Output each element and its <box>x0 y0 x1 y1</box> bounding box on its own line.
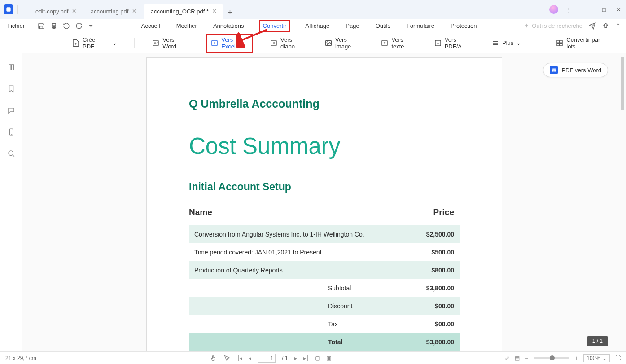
separator <box>17 5 18 14</box>
user-avatar[interactable] <box>549 5 558 14</box>
to-image-button[interactable]: Vers image <box>324 36 363 50</box>
close-icon[interactable]: × <box>212 8 216 15</box>
cell-price: $2,500.00 <box>412 225 460 243</box>
minimize-icon[interactable]: — <box>586 5 594 13</box>
search-label: Outils de recherche <box>532 22 582 29</box>
collapse-icon[interactable]: ⌃ <box>616 22 621 29</box>
send-icon[interactable] <box>589 22 596 30</box>
print-icon[interactable] <box>50 22 57 30</box>
table-header: Name Price <box>189 203 460 225</box>
menu-modifier[interactable]: Modifier <box>175 20 198 32</box>
col-name: Name <box>189 203 412 225</box>
view-mode-icon[interactable]: ▤ <box>515 355 520 361</box>
fullscreen-icon[interactable]: ⛶ <box>615 355 621 361</box>
zoom-out-icon[interactable]: − <box>525 355 528 361</box>
search-icon[interactable] <box>7 149 16 158</box>
batch-convert-button[interactable]: Convertir par lots <box>556 36 610 50</box>
undo-icon[interactable] <box>63 22 70 30</box>
cell-name: Production of Quarterly Reports <box>189 261 412 279</box>
maximize-icon[interactable]: □ <box>600 5 608 13</box>
close-icon[interactable]: × <box>132 8 136 15</box>
save-icon[interactable] <box>38 22 45 30</box>
comments-icon[interactable] <box>7 106 16 115</box>
page-total: / 1 <box>282 355 288 361</box>
svg-rect-25 <box>9 65 11 70</box>
menu-formulaire[interactable]: Formulaire <box>406 20 435 32</box>
separator <box>32 22 32 30</box>
close-icon[interactable]: × <box>72 8 76 15</box>
first-page-icon[interactable]: ⎮◂ <box>237 355 242 361</box>
to-text-button[interactable]: T Vers texte <box>381 36 416 50</box>
to-word-button[interactable]: W Vers Word <box>152 36 189 50</box>
pdf-to-word-button[interactable]: W PDF vers Word <box>543 63 608 77</box>
select-tool-icon[interactable] <box>223 355 231 362</box>
document-canvas[interactable]: Q Umbrella Acccounting Cost Summary Init… <box>22 53 626 351</box>
zoom-slider[interactable] <box>534 357 569 359</box>
summary-row: Discount $00.00 <box>189 297 460 315</box>
svg-point-12 <box>327 42 328 43</box>
pdfa-icon: A <box>434 39 442 47</box>
to-excel-button[interactable]: E Vers Excel <box>206 34 253 53</box>
more-button[interactable]: Plus ⌄ <box>491 39 521 47</box>
to-slides-button[interactable]: P Vers diapo <box>270 36 307 50</box>
svg-rect-23 <box>560 43 562 45</box>
create-pdf-button[interactable]: Créer PDF ⌄ <box>72 36 117 50</box>
attachments-icon[interactable] <box>7 127 16 136</box>
next-page-icon[interactable]: ▸ <box>294 355 297 361</box>
table-row: Time period covered: JAN 01,2021 to Pres… <box>189 243 460 261</box>
zoom-value[interactable]: 100%⌄ <box>583 354 610 362</box>
fit-width-icon[interactable]: ⤢ <box>505 355 509 361</box>
search-tools[interactable]: ✦ Outils de recherche <box>524 22 582 29</box>
menu-protection[interactable]: Protection <box>450 20 478 32</box>
menu-accueil[interactable]: Accueil <box>140 20 161 32</box>
to-pdfa-button[interactable]: A Vers PDF/A <box>434 36 474 50</box>
tool-label: Créer PDF <box>83 36 109 50</box>
page-number-input[interactable] <box>258 354 276 363</box>
pdf-page: Q Umbrella Acccounting Cost Summary Init… <box>146 57 502 351</box>
tab-3[interactable]: accounting_OCR.pdf * × <box>144 4 224 19</box>
svg-text:A: A <box>437 41 439 45</box>
cloud-icon[interactable] <box>602 22 609 30</box>
status-center: ⎮◂ ◂ / 1 ▸ ▸⎮ ▢ ▣ <box>210 354 331 363</box>
dropdown-icon[interactable]: ⏷ <box>88 22 94 29</box>
summary-value: $3,800.00 <box>412 279 460 297</box>
thumbnails-icon[interactable] <box>7 63 16 72</box>
app-logo <box>4 4 13 14</box>
separator <box>134 38 135 48</box>
two-page-icon[interactable]: ▣ <box>326 355 331 361</box>
redo-icon[interactable] <box>75 22 83 30</box>
menu-annotations[interactable]: Annotations <box>212 20 245 32</box>
zoom-thumb[interactable] <box>550 355 555 360</box>
hand-tool-icon[interactable] <box>210 355 217 362</box>
summary-label: Discount <box>189 297 412 315</box>
svg-text:E: E <box>214 41 216 45</box>
slides-icon: P <box>270 39 278 47</box>
summary-row: Tax $00.00 <box>189 315 460 333</box>
add-tab-button[interactable]: + <box>223 6 236 19</box>
total-label: Total <box>189 333 412 351</box>
menu-convertir[interactable]: Convertir <box>259 20 290 32</box>
batch-icon <box>556 39 564 47</box>
zoom-in-icon[interactable]: + <box>575 355 578 361</box>
menu-affichage[interactable]: Affichage <box>304 20 330 32</box>
menubar-center: Accueil Modifier Annotations Convertir A… <box>140 20 478 32</box>
prev-page-icon[interactable]: ◂ <box>249 355 251 361</box>
summary-value: $00.00 <box>412 315 460 333</box>
close-icon[interactable]: ✕ <box>614 5 622 13</box>
tab-1[interactable]: edit-copy.pdf × <box>28 4 83 19</box>
svg-line-30 <box>13 155 14 157</box>
more-icon[interactable]: ⋮ <box>565 5 573 13</box>
svg-text:T: T <box>384 41 386 45</box>
menu-page[interactable]: Page <box>345 20 360 32</box>
doc-title: Cost Summary <box>189 133 460 159</box>
vertical-scrollbar[interactable] <box>621 57 624 110</box>
page-indicator: 1 / 1 <box>587 336 608 346</box>
last-page-icon[interactable]: ▸⎮ <box>303 355 309 361</box>
single-page-icon[interactable]: ▢ <box>315 355 320 361</box>
file-menu[interactable]: Fichier <box>5 21 26 31</box>
bookmarks-icon[interactable] <box>7 84 16 93</box>
cost-table: Name Price Conversion from Angular Syste… <box>189 203 460 351</box>
tab-2[interactable]: accounting.pdf × <box>83 4 144 19</box>
menu-outils[interactable]: Outils <box>375 20 391 32</box>
svg-rect-22 <box>557 43 559 45</box>
